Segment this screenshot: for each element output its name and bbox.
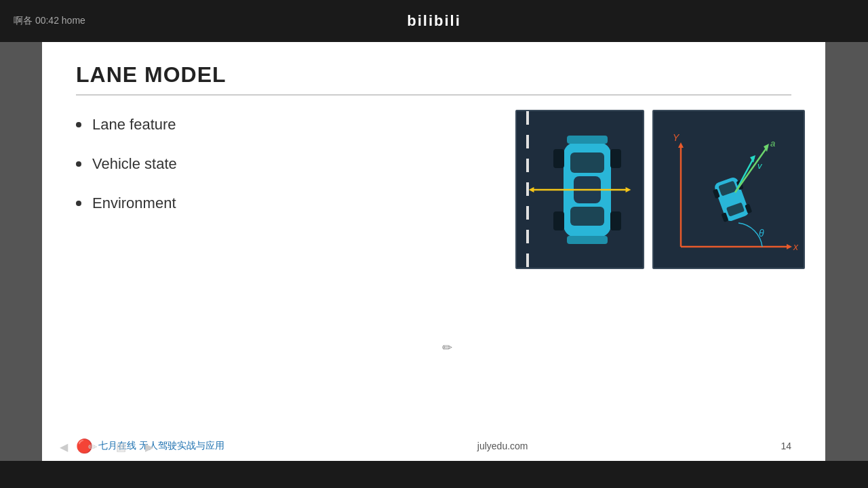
- footer-page-number: 14: [781, 441, 791, 451]
- bilibili-logo: bilibili: [407, 12, 461, 30]
- slide-container: LANE MODEL Lane feature Vehicle state En…: [42, 42, 825, 461]
- slide-footer: 🔴 七月在线 无人驾驶实战与应用 julyedu.com 14: [42, 438, 825, 454]
- coordinate-diagram-svg: x Y: [654, 111, 805, 269]
- svg-rect-9: [610, 211, 621, 230]
- svg-rect-4: [567, 136, 608, 144]
- bullet-dot-2: [76, 161, 81, 167]
- title-divider: [76, 94, 791, 96]
- bullet-dot-3: [76, 201, 81, 206]
- svg-text:a: a: [770, 138, 775, 148]
- svg-text:v: v: [757, 161, 763, 171]
- bullet-text-3: Environment: [92, 195, 176, 212]
- bullet-text-1: Lane feature: [92, 116, 176, 134]
- svg-rect-2: [570, 207, 604, 226]
- bullet-dot-1: [76, 122, 81, 127]
- edit-button[interactable]: ✏: [83, 439, 102, 454]
- svg-marker-13: [626, 187, 631, 192]
- diagram-area: x Y: [515, 110, 805, 269]
- top-bar-left-text: 啊各 00:42 home: [14, 15, 85, 27]
- view-button[interactable]: ▤: [111, 439, 130, 454]
- diagram-right: x Y: [652, 110, 805, 269]
- svg-rect-7: [610, 149, 621, 168]
- pencil-cursor-icon: ✏: [442, 340, 452, 355]
- svg-rect-8: [553, 211, 564, 230]
- bullet-text-2: Vehicle state: [92, 155, 177, 173]
- svg-rect-6: [553, 149, 564, 168]
- bottom-bar: ◀ ✏ ▤ ▶: [0, 461, 868, 488]
- diagram-left: [515, 110, 644, 269]
- slide-content: LANE MODEL Lane feature Vehicle state En…: [42, 42, 825, 461]
- svg-text:x: x: [793, 241, 799, 252]
- svg-text:Y: Y: [673, 132, 680, 143]
- next-button[interactable]: ▶: [140, 439, 159, 454]
- svg-marker-15: [787, 244, 792, 249]
- footer-url: julyedu.com: [477, 441, 528, 451]
- top-bar: 啊各 00:42 home bilibili: [0, 0, 868, 42]
- svg-rect-5: [567, 236, 608, 244]
- svg-marker-11: [529, 187, 534, 192]
- svg-rect-1: [570, 152, 604, 173]
- controls: ◀ ✏ ▤ ▶: [54, 439, 159, 454]
- svg-text:θ: θ: [759, 228, 764, 239]
- svg-line-30: [735, 146, 768, 192]
- yellow-arrows-svg: [517, 180, 643, 200]
- svg-marker-18: [678, 142, 684, 148]
- slide-title: LANE MODEL: [76, 62, 791, 87]
- prev-button[interactable]: ◀: [54, 439, 73, 454]
